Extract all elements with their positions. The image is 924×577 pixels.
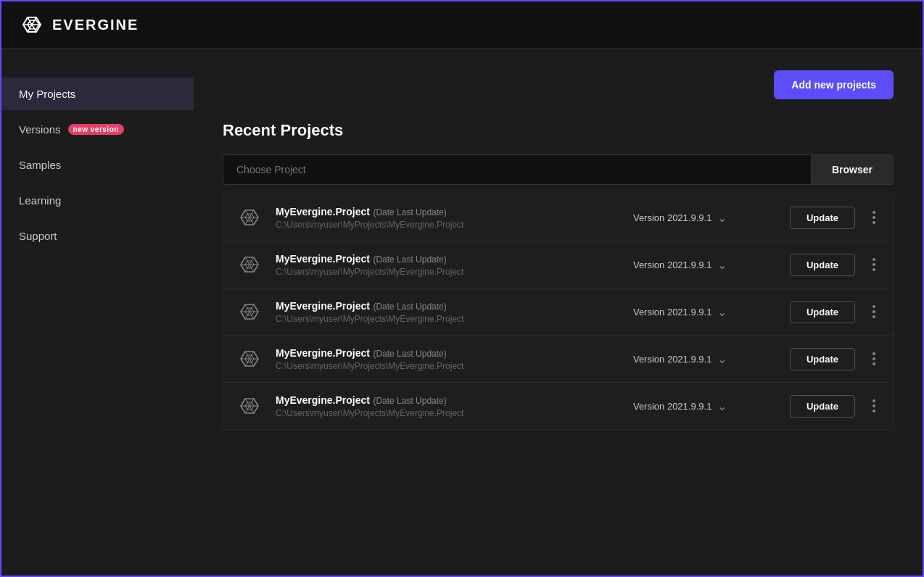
table-row: MyEvergine.Project (Date Last Update) C:…: [223, 288, 893, 336]
project-name-row: MyEvergine.Project (Date Last Update): [276, 205, 622, 218]
project-info: MyEvergine.Project (Date Last Update) C:…: [276, 299, 622, 324]
dot: [873, 216, 875, 219]
chevron-down-icon[interactable]: ⌄: [717, 258, 727, 272]
table-row: MyEvergine.Project (Date Last Update) C:…: [223, 241, 893, 288]
more-options-button[interactable]: [867, 302, 881, 321]
version-area: Version 2021.9.9.1 ⌄: [633, 352, 778, 366]
sidebar: My Projects Versions new version Samples…: [1, 49, 194, 576]
sidebar-item-label-versions: Versions: [19, 123, 61, 136]
update-button[interactable]: Update: [790, 254, 855, 276]
dot: [873, 357, 875, 360]
content-area: Add new projects Recent Projects Browser: [194, 49, 923, 576]
table-row: MyEvergine.Project (Date Last Update) C:…: [223, 383, 893, 429]
version-text: Version 2021.9.9.1: [633, 401, 711, 412]
project-icon: [235, 391, 264, 420]
section-title: Recent Projects: [223, 121, 894, 140]
dot: [873, 399, 875, 402]
sidebar-item-samples[interactable]: Samples: [1, 149, 194, 181]
project-path: C:\Users\myuser\MyProjects\MyEvergine.Pr…: [276, 267, 622, 277]
project-name: MyEvergine.Project: [276, 394, 370, 406]
project-info: MyEvergine.Project (Date Last Update) C:…: [276, 252, 622, 277]
dot: [873, 315, 875, 318]
header: EVERGINE: [1, 1, 923, 49]
project-name: MyEvergine.Project: [276, 253, 370, 265]
project-info: MyEvergine.Project (Date Last Update) C:…: [276, 346, 622, 371]
dot: [873, 404, 875, 407]
content-header: Add new projects: [223, 70, 894, 99]
chevron-down-icon[interactable]: ⌄: [717, 211, 727, 225]
project-path: C:\Users\myuser\MyProjects\MyEvergine.Pr…: [276, 361, 622, 371]
dot: [873, 258, 875, 261]
chevron-down-icon[interactable]: ⌄: [717, 399, 727, 413]
dot: [873, 410, 875, 412]
version-text: Version 2021.9.9.1: [633, 260, 711, 270]
more-options-button[interactable]: [867, 397, 881, 415]
chevron-down-icon[interactable]: ⌄: [717, 305, 727, 319]
project-name: MyEvergine.Project: [276, 206, 370, 217]
update-button[interactable]: Update: [790, 348, 855, 370]
version-area: Version 2021.9.9.1 ⌄: [633, 258, 778, 272]
project-path: C:\Users\myuser\MyProjects\MyEvergine.Pr…: [276, 220, 622, 230]
project-name-row: MyEvergine.Project (Date Last Update): [276, 394, 622, 407]
project-info: MyEvergine.Project (Date Last Update) C:…: [276, 205, 622, 230]
project-icon: [235, 203, 264, 232]
sidebar-item-label-my-projects: My Projects: [19, 88, 75, 100]
project-name: MyEvergine.Project: [276, 347, 370, 359]
dot: [873, 221, 875, 224]
logo-text: EVERGINE: [52, 17, 139, 33]
project-date: (Date Last Update): [373, 396, 446, 406]
sidebar-item-my-projects[interactable]: My Projects: [1, 78, 194, 110]
project-path: C:\Users\myuser\MyProjects\MyEvergine.Pr…: [276, 314, 622, 324]
project-info: MyEvergine.Project (Date Last Update) C:…: [276, 394, 622, 418]
update-button[interactable]: Update: [790, 301, 855, 323]
project-date: (Date Last Update): [373, 302, 446, 312]
dot: [873, 362, 875, 365]
app-container: EVERGINE My Projects Versions new versio…: [1, 1, 923, 576]
more-options-button[interactable]: [867, 255, 881, 274]
chevron-down-icon[interactable]: ⌄: [717, 352, 727, 366]
sidebar-item-label-support: Support: [19, 230, 57, 242]
add-new-projects-button[interactable]: Add new projects: [774, 70, 894, 99]
update-button[interactable]: Update: [790, 395, 855, 418]
dot: [873, 305, 875, 308]
sidebar-item-versions[interactable]: Versions new version: [1, 113, 194, 146]
project-date: (Date Last Update): [373, 207, 446, 217]
logo-area: EVERGINE: [19, 12, 139, 38]
sidebar-item-support[interactable]: Support: [1, 220, 194, 252]
update-button[interactable]: Update: [790, 207, 855, 229]
project-name-row: MyEvergine.Project (Date Last Update): [276, 252, 622, 265]
search-bar-row: Browser: [223, 154, 894, 185]
main-content: My Projects Versions new version Samples…: [1, 49, 923, 576]
dot: [873, 263, 875, 266]
version-text: Version 2021.9.9.1: [633, 307, 711, 317]
browser-button[interactable]: Browser: [811, 154, 894, 185]
evergine-logo-icon: [19, 12, 45, 38]
project-date: (Date Last Update): [373, 254, 446, 265]
version-text: Version 2021.9.9.1: [633, 354, 711, 365]
project-icon: [235, 297, 264, 326]
new-version-badge: new version: [68, 124, 124, 135]
sidebar-item-label-samples: Samples: [19, 159, 61, 171]
version-area: Version 2021.9.9.1 ⌄: [633, 399, 778, 413]
project-name-row: MyEvergine.Project (Date Last Update): [276, 346, 622, 360]
choose-project-input[interactable]: [223, 154, 811, 185]
sidebar-item-learning[interactable]: Learning: [1, 184, 194, 217]
more-options-button[interactable]: [867, 349, 881, 368]
more-options-button[interactable]: [867, 208, 881, 227]
dot: [873, 268, 875, 271]
version-text: Version 2021.9.9.1: [633, 212, 711, 223]
project-icon: [235, 250, 264, 279]
table-row: MyEvergine.Project (Date Last Update) C:…: [223, 194, 893, 241]
dot: [873, 310, 875, 313]
project-path: C:\Users\myuser\MyProjects\MyEvergine.Pr…: [276, 408, 622, 418]
project-icon: [235, 344, 264, 373]
project-name-row: MyEvergine.Project (Date Last Update): [276, 299, 622, 312]
version-area: Version 2021.9.9.1 ⌄: [633, 305, 778, 319]
project-date: (Date Last Update): [373, 349, 446, 359]
version-area: Version 2021.9.9.1 ⌄: [633, 211, 778, 225]
project-name: MyEvergine.Project: [276, 300, 370, 312]
dot: [873, 211, 875, 214]
table-row: MyEvergine.Project (Date Last Update) C:…: [223, 336, 893, 383]
projects-list: MyEvergine.Project (Date Last Update) C:…: [223, 194, 894, 430]
dot: [873, 352, 875, 355]
